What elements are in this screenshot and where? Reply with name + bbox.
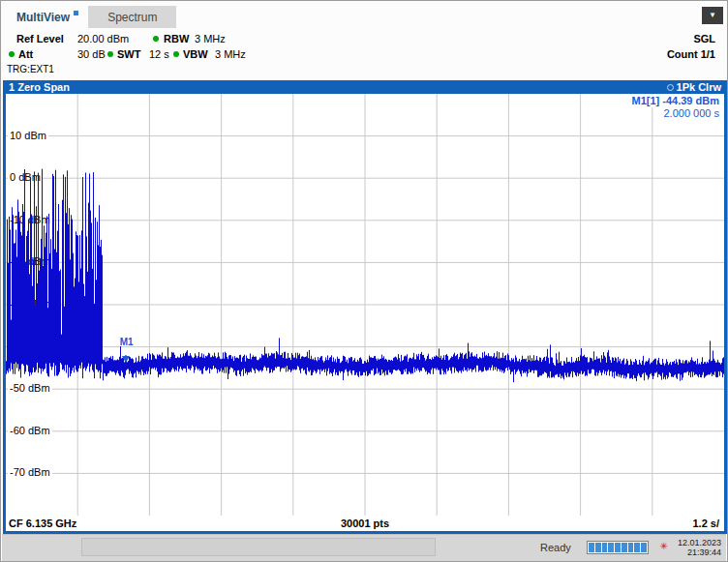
progress-segment [628, 543, 634, 552]
trace-mode-label: 1Pk Clrw [677, 81, 721, 93]
marker-value: M1[1] -44.39 dBm [630, 95, 721, 107]
swt-label: SWT [117, 48, 140, 60]
progress-segment [622, 543, 627, 552]
count-indicator: Count 1/1 [667, 48, 715, 60]
tab-multiview-label: MultiView [16, 11, 70, 24]
message-panel [81, 538, 436, 556]
progress-segment [608, 543, 614, 552]
tab-bar: MultiView Spectrum [13, 6, 176, 28]
chevron-down-icon: ▾ [711, 10, 715, 19]
swt-led-icon [107, 51, 113, 57]
status-bar: Ready ✳ 12.01.2023 21:39:44 [2, 534, 726, 561]
ref-level-label: Ref Level [16, 33, 64, 44]
progress-segment [634, 543, 640, 552]
trace-indicator-icon [667, 84, 674, 91]
multiview-indicator-icon [74, 11, 78, 15]
att-value[interactable]: 30 dB [77, 48, 106, 60]
time-per-div: 1.2 s/ [692, 516, 719, 531]
progress-bar [587, 541, 649, 554]
vbw-label: VBW [183, 48, 208, 60]
vbw-led-icon [173, 51, 179, 57]
settings-row-1: Ref Level 20.00 dBm RBW 3 MHz SGL [1, 33, 727, 46]
trace-mode-button[interactable]: 1Pk Clrw [667, 81, 724, 93]
graph-area[interactable]: 10 dBm0 dBm-10 dBm-20 dBm-30 dBm-40 dBm-… [6, 94, 724, 516]
ref-level-value[interactable]: 20.00 dBm [77, 33, 129, 44]
window-title: 1 Zero Span [6, 81, 70, 93]
alert-icon: ✳ [660, 542, 668, 551]
spectrum-analyzer-window: MultiView Spectrum ▾ Ref Level 20.00 dBm… [0, 0, 728, 562]
rbw-value[interactable]: 3 MHz [195, 33, 226, 44]
datetime: 12.01.2023 21:39:44 [678, 538, 721, 557]
progress-segment [595, 543, 601, 552]
marker-m1-label[interactable]: M1 [120, 337, 134, 347]
att-led-icon [9, 51, 15, 57]
progress-segment [615, 543, 621, 552]
att-label: Att [18, 48, 33, 60]
window-menu-button[interactable]: ▾ [702, 7, 723, 24]
window-titlebar: 1 Zero Span 1Pk Clrw [6, 80, 724, 94]
tab-spectrum[interactable]: Spectrum [88, 6, 176, 28]
trigger-source-label: TRG:EXT1 [7, 64, 54, 74]
tab-multiview[interactable]: MultiView [13, 6, 82, 28]
plot-footer: CF 6.135 GHz 30001 pts 1.2 s/ [6, 516, 724, 531]
settings-row-2: Att 30 dB SWT 12 s VBW 3 MHz Count 1/1 [1, 48, 727, 62]
trace-plot [6, 94, 724, 516]
status-date: 12.01.2023 [678, 538, 721, 547]
measurement-frame: 1 Zero Span 1Pk Clrw 10 dBm0 dBm-10 dBm-… [3, 80, 727, 534]
marker-readout: M1[1] -44.39 dBm 2.000 000 s [630, 95, 721, 120]
progress-segment [602, 543, 608, 552]
marker-m1-icon [122, 356, 130, 363]
swt-value[interactable]: 12 s [149, 48, 169, 60]
sweep-mode-sgl: SGL [693, 33, 715, 44]
rbw-led-icon [153, 36, 159, 42]
status-time: 21:39:44 [678, 547, 721, 557]
rbw-label: RBW [164, 33, 189, 44]
progress-segment [589, 543, 594, 552]
marker-time: 2.000 000 s [662, 107, 722, 120]
vbw-value[interactable]: 3 MHz [215, 48, 246, 60]
tab-spectrum-label: Spectrum [107, 11, 157, 24]
sweep-points: 30001 pts [6, 516, 724, 531]
progress-segment [641, 543, 647, 552]
status-ready: Ready [540, 542, 571, 553]
